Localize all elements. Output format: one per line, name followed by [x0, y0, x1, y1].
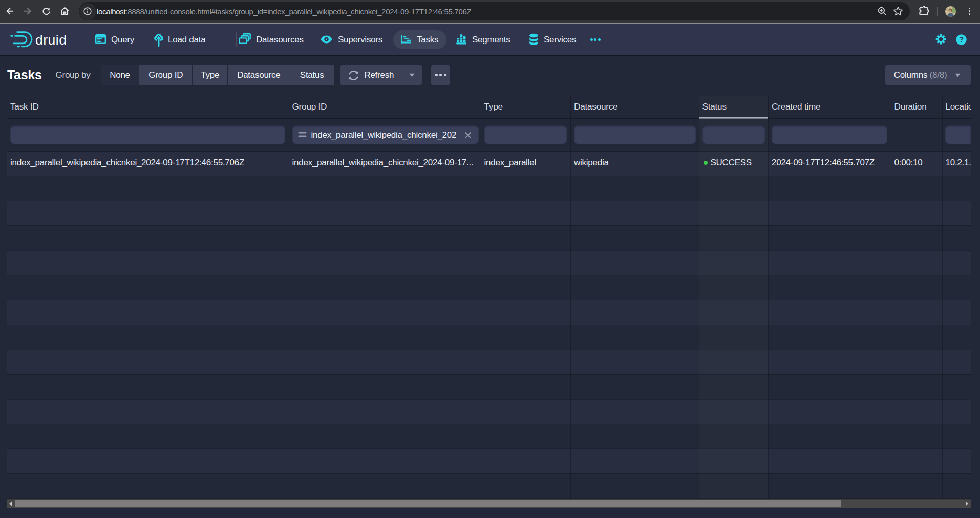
svg-text:?: ?: [958, 35, 963, 44]
